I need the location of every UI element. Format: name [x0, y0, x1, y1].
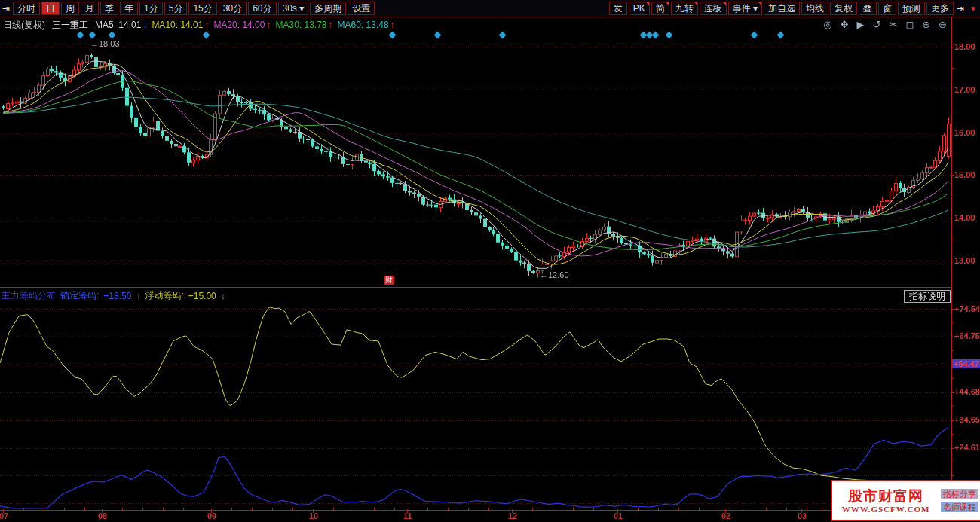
ma-legend-ma5-text: MA5: 14.01 — [95, 20, 141, 30]
menu-forecast[interactable]: 预测 — [898, 2, 925, 15]
lock-icon[interactable]: ◻ — [905, 19, 914, 30]
tab-5min[interactable]: 5分 — [164, 2, 188, 15]
indicator-axis-label: +24.61 — [954, 443, 980, 452]
tab-1min[interactable]: 1分 — [139, 2, 163, 15]
chart-header: 日线(复权) 三一重工 MA5: 14.01↓MA10: 14.01↑MA20:… — [3, 18, 400, 32]
locked-chips-value: +18.50 — [103, 291, 131, 301]
menu-events[interactable]: 事件 ▾ — [728, 2, 762, 15]
chart-canvas[interactable] — [0, 0, 980, 522]
tab-30min[interactable]: 30分 — [219, 2, 247, 15]
floating-chips-value: +15.00 — [188, 291, 216, 301]
zoom-in-icon[interactable]: ⊕ — [922, 19, 930, 30]
menu-pk[interactable]: PK — [629, 2, 650, 15]
floating-chips-label: 浮动筹码: — [145, 289, 183, 302]
price-axis-label: 14.00 — [954, 213, 980, 222]
price-axis-label: 13.00 — [954, 256, 980, 265]
month-label: 08 — [98, 511, 107, 520]
month-label: 07 — [0, 511, 8, 520]
ma-legend-ma10: MA10: 14.01↑ — [152, 20, 209, 30]
indicator-header: 主力筹码分布 锁定筹码: +18.50 ↑ 浮动筹码: +15.00 ↓ — [2, 289, 225, 302]
watermark-badge-2: 名师课程 — [941, 502, 978, 512]
eye-icon[interactable]: ◎ — [823, 19, 831, 30]
price-axis-label: 15.00 — [954, 170, 980, 179]
indicator-axis-label: +74.54 — [954, 304, 980, 313]
ma-legend-ma20-text: MA20: 14.00 — [213, 20, 265, 30]
watermark-site-url: WWW.GSCFW.COM — [842, 505, 930, 514]
month-label: 11 — [403, 511, 412, 520]
month-label: 02 — [721, 511, 730, 520]
ma-legend-ma20-arrow-icon: ↑ — [266, 20, 271, 30]
low-annotation: ←12.60 — [540, 270, 569, 279]
price-axis-label: 18.00 — [954, 42, 980, 51]
ma-legend: MA5: 14.01↓MA10: 14.01↑MA20: 14.00↑MA30:… — [95, 20, 400, 30]
watermark-badges: 指标分享 名师课程 — [941, 489, 978, 512]
indicator-axis-label: +34.65 — [954, 415, 980, 424]
ma-legend-ma5: MA5: 14.01↓ — [95, 20, 147, 30]
ma-legend-ma10-text: MA10: 14.01 — [152, 20, 203, 30]
undo-icon[interactable]: ↺ — [873, 19, 881, 30]
ma-legend-ma60-arrow-icon: ↑ — [390, 20, 395, 30]
tab-monthly[interactable]: 月 — [81, 2, 99, 15]
locked-chips-arrow-icon: ↑ — [136, 291, 140, 301]
chart-tool-icons: ◎✥▶↺✂◻⊕⊖ — [823, 19, 947, 30]
indicator-axis-label: +54.47 — [952, 359, 980, 368]
tab-multi-period[interactable]: 多周期 — [310, 2, 346, 15]
month-label: 09 — [207, 511, 216, 520]
indicator-title: 主力筹码分布 — [2, 289, 56, 302]
period-tabs: 分时日周月季年1分5分15分30分60分30s ▾多周期设置 — [12, 0, 375, 17]
scroll-right-icon[interactable]: ⇥ — [954, 3, 966, 14]
tab-daily[interactable]: 日 — [41, 2, 60, 15]
month-label: 10 — [309, 511, 318, 520]
indicator-help-button[interactable]: 指标说明 — [904, 290, 951, 303]
news-event-badge[interactable]: 财 — [384, 276, 394, 285]
menu-fa[interactable]: 发 — [609, 2, 627, 15]
month-label: 12 — [508, 511, 517, 520]
tab-settings[interactable]: 设置 — [348, 2, 375, 15]
high-annotation: ←18.03 — [90, 39, 120, 48]
month-label: 03 — [798, 511, 807, 520]
menu-ma-lines[interactable]: 均线 — [801, 2, 828, 15]
ma-legend-ma5-arrow-icon: ↓ — [142, 20, 147, 30]
tab-yearly[interactable]: 年 — [120, 2, 138, 15]
play-icon[interactable]: ▶ — [857, 19, 865, 30]
right-menu: 发PK简九转连板事件 ▾加自选均线复权叠窗预测更多 — [608, 0, 954, 17]
tab-quarterly[interactable]: 季 — [100, 2, 118, 15]
hand-icon[interactable]: ✥ — [841, 19, 849, 30]
menu-add-watchlist[interactable]: 加自选 — [764, 2, 800, 15]
scroll-left-icon[interactable]: ⇥ — [0, 3, 12, 14]
menu-window[interactable]: 窗 — [878, 2, 896, 15]
tab-fenshi[interactable]: 分时 — [13, 2, 40, 15]
indicator-axis-label: +64.75 — [954, 331, 980, 340]
tab-15min[interactable]: 15分 — [188, 2, 216, 15]
floating-chips-arrow-icon: ↓ — [221, 291, 225, 301]
watermark-text: 股市财富网 WWW.GSCFW.COM — [835, 488, 937, 514]
price-axis-label: 16.00 — [954, 128, 980, 137]
watermark-badge-1: 指标分享 — [941, 489, 978, 499]
menu-jiuzhuan[interactable]: 九转 — [671, 2, 698, 15]
period-label: 日线(复权) — [3, 19, 45, 32]
top-toolbar: ⇥ 分时日周月季年1分5分15分30分60分30s ▾多周期设置 发PK简九转连… — [0, 0, 980, 17]
menu-fuquan[interactable]: 复权 — [830, 2, 857, 15]
menu-overlay[interactable]: 叠 — [859, 2, 877, 15]
ma-legend-ma10-arrow-icon: ↑ — [204, 20, 209, 30]
ma-legend-ma30-text: MA30: 13.78 — [275, 20, 326, 30]
ma-legend-ma20: MA20: 14.00↑ — [213, 20, 271, 30]
price-axis-label: 17.00 — [954, 85, 980, 94]
month-label: 01 — [614, 511, 623, 520]
ma-legend-ma30: MA30: 13.78↑ — [275, 20, 332, 30]
toolbar-caret-icon[interactable]: ▼ — [966, 5, 980, 13]
zoom-out-icon[interactable]: ⊖ — [939, 19, 947, 30]
tab-weekly[interactable]: 周 — [61, 2, 79, 15]
indicator-axis-label: +44.68 — [954, 387, 980, 396]
menu-more[interactable]: 更多 — [926, 2, 954, 15]
stock-name: 三一重工 — [52, 19, 88, 32]
locked-chips-label: 锁定筹码: — [60, 289, 99, 302]
menu-jian[interactable]: 简 — [651, 2, 669, 15]
tab-60min[interactable]: 60分 — [248, 2, 276, 15]
tab-30s[interactable]: 30s ▾ — [278, 2, 309, 15]
ma-legend-ma60-text: MA60: 13.48 — [338, 20, 389, 30]
watermark: 股市财富网 WWW.GSCFW.COM 指标分享 名师课程 — [831, 480, 980, 521]
ma-legend-ma60: MA60: 13.48↑ — [338, 20, 395, 30]
menu-lianban[interactable]: 连板 — [700, 2, 727, 15]
scissors-icon[interactable]: ✂ — [889, 19, 897, 30]
